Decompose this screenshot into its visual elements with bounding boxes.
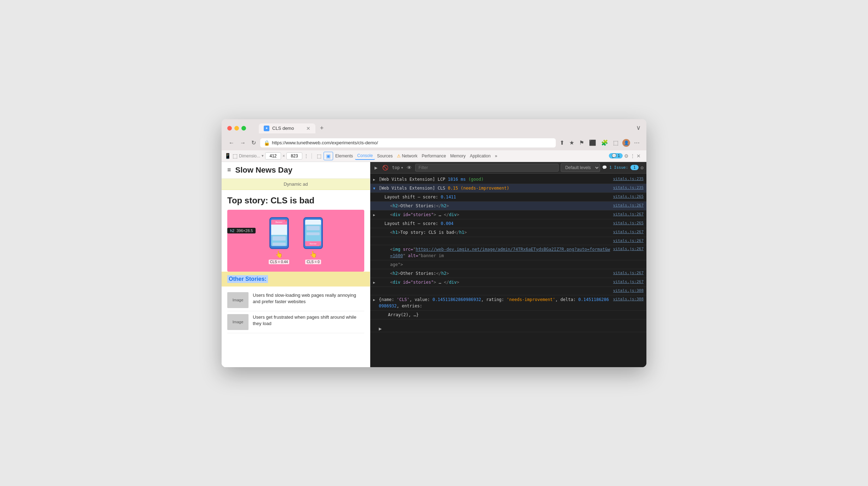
expand-placeholder: ▶ xyxy=(373,177,375,182)
device-mode-icon[interactable]: ▣ xyxy=(324,152,333,160)
chevron-down-icon[interactable]: ∨ xyxy=(636,124,641,133)
forward-button[interactable]: → xyxy=(239,139,247,147)
memory-tab[interactable]: Memory xyxy=(448,152,468,160)
h2-element-tooltip: h2 396×28.5 xyxy=(227,228,256,233)
flag-icon[interactable]: ⚑ xyxy=(578,138,585,147)
hamburger-icon[interactable]: ≡ xyxy=(227,166,231,174)
main-content: ≡ Slow News Day Dynamic ad Top story: CL… xyxy=(222,162,646,367)
refresh-button[interactable]: ↻ xyxy=(250,139,257,147)
tab-title: CLS demo xyxy=(272,126,294,131)
more-menu-icon[interactable]: ⋯ xyxy=(633,138,641,147)
new-tab-button[interactable]: + xyxy=(317,123,327,133)
width-input[interactable] xyxy=(265,152,281,160)
stop-icon[interactable]: 🚫 xyxy=(381,164,390,171)
cls-source-link[interactable]: vitals.js:235 xyxy=(613,185,644,191)
h1-close-open: </ xyxy=(454,230,459,235)
height-input[interactable] xyxy=(286,152,302,160)
h2b-close: h2 xyxy=(441,271,446,276)
share-icon[interactable]: ⬆ xyxy=(559,138,565,147)
div-stories-2-link[interactable]: vitals.js:267 xyxy=(613,279,644,285)
cls-demo-illustration: Banner ✕ 👆 CLS = 0.44 xyxy=(269,217,323,264)
elements-tab[interactable]: Elements xyxy=(333,152,355,160)
good-cls-check-icon: ✓ xyxy=(319,244,321,248)
layout-shift-1-link[interactable]: vitals.js:265 xyxy=(613,194,644,200)
application-tab[interactable]: Application xyxy=(468,152,493,160)
array-continuation-entry: Array(2), …} xyxy=(370,311,646,319)
h1-text: Top story: CLS is bad xyxy=(400,230,454,235)
address-bar: ← → ↻ 🔒 https://www.tunetheweb.com/exper… xyxy=(222,136,646,150)
window-controls xyxy=(227,126,246,131)
img-tag: img xyxy=(393,247,400,252)
h2-link[interactable]: vitals.js:267 xyxy=(613,203,644,209)
phone-good: Banner ✓ xyxy=(303,217,323,249)
div-stories-2-expand[interactable]: ▶ xyxy=(373,280,375,285)
dimension-dropdown-icon[interactable]: ▾ xyxy=(262,154,264,158)
minimize-button[interactable] xyxy=(234,126,239,131)
cls-value: 0.15 xyxy=(448,186,458,191)
extensions-icon[interactable]: 🧩 xyxy=(600,138,609,147)
performance-tab[interactable]: Performance xyxy=(419,152,448,160)
obj-name-key: name: xyxy=(381,297,396,302)
sources-tab[interactable]: Sources xyxy=(375,152,395,160)
more-tabs-button[interactable]: » xyxy=(493,152,499,160)
lcp-source-link[interactable]: vitals.js:235 xyxy=(613,176,644,182)
array-text: Array(2), …} xyxy=(388,312,419,317)
object-expand[interactable]: ▶ xyxy=(373,297,375,302)
spacer-1-link[interactable]: vitals.js:267 xyxy=(613,238,644,244)
devtools-close-icon[interactable]: ✕ xyxy=(636,153,641,159)
h1-gt: > xyxy=(398,230,400,235)
top-dropdown-icon: ▾ xyxy=(401,165,403,170)
responsive-mode-icon[interactable]: 📱 xyxy=(224,153,231,159)
tab-close-icon[interactable]: ✕ xyxy=(306,126,310,131)
object-link[interactable]: vitals.js:308 xyxy=(613,296,644,302)
split-view-icon[interactable]: ⬚ xyxy=(612,138,619,147)
close-button[interactable] xyxy=(227,126,232,131)
h2b-link[interactable]: vitals.js:267 xyxy=(613,270,644,276)
toolbar-icons: ⬆ ★ ⚑ ⬛ 🧩 ⬚ 👤 ⋯ xyxy=(559,138,641,147)
issues-badge[interactable]: 💬 1 xyxy=(609,153,623,158)
img-cont-content: age"> xyxy=(390,261,641,268)
cls-expand-arrow[interactable]: ▼ xyxy=(373,186,375,191)
div-stories-1-expand[interactable]: ▶ xyxy=(373,212,375,218)
div2-id-val: "stories" xyxy=(411,280,434,285)
layout-shift-2-link[interactable]: vitals.js:265 xyxy=(613,220,644,226)
div-stories-1-entry: ▶ <div id="stories"> … </div> vitals.js:… xyxy=(370,210,646,219)
bottom-expand-icon[interactable]: ▶ xyxy=(379,325,382,332)
devtools-more-icon[interactable]: ⋮ xyxy=(630,153,635,159)
h2b-close-gt: > xyxy=(446,271,449,276)
h2-text: Other Stories: xyxy=(400,203,436,208)
div-gt: > xyxy=(434,212,436,217)
run-icon[interactable]: ▶ xyxy=(373,164,379,171)
spacer-2-link[interactable]: vitals.js:308 xyxy=(613,288,644,294)
div2-tag: div xyxy=(393,280,400,285)
div-stories-1-link[interactable]: vitals.js:267 xyxy=(613,212,644,218)
dimension-more-icon[interactable]: ⋮ xyxy=(304,153,309,159)
top-dropdown[interactable]: top ▾ xyxy=(392,165,403,170)
devtools-settings-icon[interactable]: ⚙ xyxy=(624,153,629,159)
eye-icon[interactable]: 👁 xyxy=(405,164,413,171)
cursor-icon[interactable]: ⬚ xyxy=(233,153,238,159)
url-bar[interactable]: 🔒 https://www.tunetheweb.com/experiments… xyxy=(260,138,556,147)
record-icon[interactable]: ⬛ xyxy=(588,138,597,147)
img-link[interactable]: vitals.js:267 xyxy=(613,246,644,252)
log-levels-select[interactable]: Default levels xyxy=(561,163,600,172)
issues-label[interactable]: 💬 1 Issue: 1 xyxy=(602,165,639,170)
article-title: Top story: CLS is bad xyxy=(222,190,370,210)
inspect-element-icon[interactable]: ⬚ xyxy=(315,152,324,160)
cls-log-entry: ▼ [Web Vitals Extension] CLS 0.15 (needs… xyxy=(370,184,646,193)
story-text-2: Users get frustrated when pages shift ar… xyxy=(253,314,364,330)
story-item-1: Image Users find slow-loading web pages … xyxy=(227,289,364,311)
object-entry: ▶ {name: 'CLS', value: 0.145118628609869… xyxy=(370,295,646,311)
network-tab[interactable]: ⚠ Network xyxy=(395,152,419,160)
h1-link[interactable]: vitals.js:267 xyxy=(613,229,644,235)
console-tab[interactable]: Console xyxy=(355,152,375,160)
maximize-button[interactable] xyxy=(241,126,246,131)
console-settings-icon[interactable]: ⚙ xyxy=(641,165,644,170)
console-filter-input[interactable] xyxy=(415,164,558,172)
bookmark-icon[interactable]: ★ xyxy=(568,138,575,147)
issues-count-badge: 1 xyxy=(630,165,639,170)
browser-tab-cls-demo[interactable]: ✦ CLS demo ✕ xyxy=(259,123,315,133)
profile-avatar[interactable]: 👤 xyxy=(622,139,630,147)
back-button[interactable]: ← xyxy=(227,139,236,147)
console-output[interactable]: ▶ [Web Vitals Extension] LCP 1816 ms (go… xyxy=(370,174,646,367)
